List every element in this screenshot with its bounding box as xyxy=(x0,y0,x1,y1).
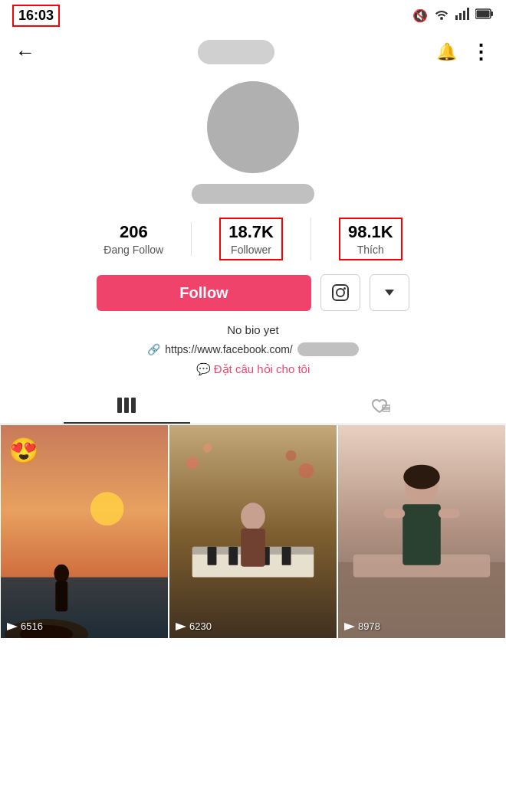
followers-label: Follower xyxy=(231,244,271,256)
username-pill xyxy=(192,184,314,204)
battery-icon xyxy=(475,8,494,22)
bio-section: No bio yet 🔗 https://www.facebook.com/ 💬… xyxy=(147,323,359,376)
svg-point-35 xyxy=(203,444,212,453)
svg-rect-1 xyxy=(459,13,462,20)
svg-rect-11 xyxy=(117,398,122,413)
username-nav-pill xyxy=(198,40,274,64)
svg-marker-10 xyxy=(385,290,394,296)
svg-marker-38 xyxy=(176,623,186,630)
video-grid: 😍 6516 xyxy=(0,424,506,639)
svg-rect-31 xyxy=(282,547,291,565)
svg-point-32 xyxy=(241,503,265,530)
back-button[interactable]: ← xyxy=(15,41,35,64)
following-value: 206 xyxy=(120,222,148,242)
wifi-icon xyxy=(434,8,449,23)
ask-label: Đặt câu hỏi cho tôi xyxy=(214,362,310,376)
svg-marker-24 xyxy=(7,623,18,630)
video-views-3: 8978 xyxy=(344,620,380,632)
instagram-button[interactable] xyxy=(320,274,360,311)
action-row: Follow xyxy=(0,274,506,311)
svg-point-43 xyxy=(403,465,440,489)
bio-link-row: 🔗 https://www.facebook.com/ xyxy=(147,342,359,356)
svg-rect-45 xyxy=(383,509,405,518)
status-bar: 16:03 🔇 xyxy=(0,0,506,31)
video-cell-2[interactable]: 6230 xyxy=(169,424,337,639)
follow-button[interactable]: Follow xyxy=(97,275,311,311)
stat-following: 206 Đang Follow xyxy=(76,222,192,256)
tabs-row xyxy=(0,387,506,424)
likes-highlight-box: 98.1K Thích xyxy=(339,218,402,260)
likes-value: 98.1K xyxy=(348,222,393,242)
ask-icon: 💬 xyxy=(196,362,211,376)
svg-rect-7 xyxy=(333,285,348,300)
status-icons: 🔇 xyxy=(412,8,494,23)
more-icon[interactable]: ⋮ xyxy=(471,41,491,64)
svg-rect-2 xyxy=(463,11,465,20)
svg-rect-0 xyxy=(455,15,458,20)
followers-value: 18.7K xyxy=(228,222,274,242)
svg-rect-33 xyxy=(241,529,265,567)
svg-point-9 xyxy=(343,287,346,290)
following-label: Đang Follow xyxy=(104,244,163,256)
svg-point-20 xyxy=(54,565,69,583)
svg-point-37 xyxy=(286,450,297,461)
stat-likes: 98.1K Thích xyxy=(311,218,430,260)
stats-row: 206 Đang Follow 18.7K Follower 98.1K Thí… xyxy=(0,218,506,260)
link-url[interactable]: https://www.facebook.com/ xyxy=(165,343,293,355)
ask-button[interactable]: 💬 Đặt câu hỏi cho tôi xyxy=(196,362,310,376)
svg-rect-13 xyxy=(131,398,136,413)
top-nav: ← 🔔 ⋮ xyxy=(0,31,506,74)
svg-rect-28 xyxy=(208,547,217,565)
svg-rect-46 xyxy=(439,509,460,518)
svg-rect-5 xyxy=(491,11,493,16)
svg-point-18 xyxy=(90,492,124,526)
likes-label: Thích xyxy=(357,244,384,256)
mute-icon: 🔇 xyxy=(412,8,428,23)
profile-section: 206 Đang Follow 18.7K Follower 98.1K Thí… xyxy=(0,74,506,387)
svg-rect-44 xyxy=(402,504,441,565)
more-options-button[interactable] xyxy=(370,274,409,311)
avatar xyxy=(207,81,299,173)
svg-point-8 xyxy=(337,289,344,296)
video-views-1: 6516 xyxy=(7,620,43,632)
bio-text: No bio yet xyxy=(227,323,279,336)
svg-point-36 xyxy=(298,463,314,479)
bell-icon[interactable]: 🔔 xyxy=(436,42,457,62)
followers-highlight-box: 18.7K Follower xyxy=(219,218,283,260)
status-time: 16:03 xyxy=(12,5,60,27)
tab-videos[interactable] xyxy=(0,387,253,424)
emoji-badge-1: 😍 xyxy=(8,436,39,465)
svg-rect-12 xyxy=(124,398,129,413)
video-cell-3[interactable]: 8978 xyxy=(337,424,506,639)
svg-rect-6 xyxy=(477,11,490,18)
nav-right-icons: 🔔 ⋮ xyxy=(436,41,491,64)
stat-followers: 18.7K Follower xyxy=(192,218,311,260)
svg-point-34 xyxy=(186,457,199,470)
svg-marker-47 xyxy=(344,623,355,630)
tab-liked[interactable] xyxy=(253,387,506,424)
signal-icon xyxy=(455,8,469,23)
link-blur xyxy=(297,342,359,356)
link-icon: 🔗 xyxy=(147,343,160,355)
svg-rect-29 xyxy=(228,547,238,565)
svg-rect-3 xyxy=(467,8,469,20)
video-views-2: 6230 xyxy=(176,620,212,632)
video-cell-1[interactable]: 😍 6516 xyxy=(0,424,169,639)
